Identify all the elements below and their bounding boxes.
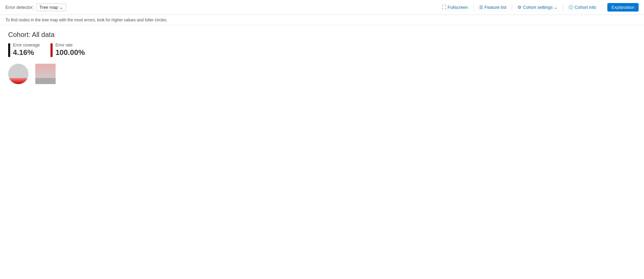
list-icon: ☰	[479, 5, 483, 10]
error-detector-label: Error detector:	[5, 5, 34, 10]
divider	[563, 4, 563, 11]
header-right: ⛶ Fullscreen ☰ Feature list ⚙ Cohort set…	[442, 3, 639, 12]
gear-icon: ⚙	[518, 5, 522, 10]
error-rate-info: Error rate 100.00%	[55, 43, 85, 57]
divider	[602, 4, 602, 11]
tree-container: 3846 / 16281 570 / 8995 3276 / 7286 366 …	[0, 73, 644, 89]
cohort-title: Cohort: All data	[8, 31, 636, 39]
fullscreen-button[interactable]: ⛶ Fullscreen	[442, 5, 468, 10]
divider	[512, 4, 512, 11]
tree-map-select[interactable]: Tree map ⌄	[36, 3, 66, 11]
error-coverage-value: 4.16%	[13, 48, 40, 57]
chevron-down-icon: ⌄	[59, 5, 63, 10]
error-rate-metric: Error rate 100.00%	[51, 43, 85, 57]
feature-list-button[interactable]: ☰ Feature list	[479, 5, 506, 10]
header-left: Error detector: Tree map ⌄	[5, 3, 66, 11]
explanation-button[interactable]: Explanation	[607, 3, 639, 12]
error-coverage-info: Error coverage 4.16%	[13, 43, 40, 57]
main-content: Cohort: All data Error coverage 4.16% Er…	[0, 25, 644, 89]
error-rate-value: 100.00%	[55, 48, 85, 57]
hint-bar: To find nodes in the tree map with the m…	[0, 15, 644, 25]
tree-svg: 3846 / 16281 570 / 8995 3276 / 7286 366 …	[0, 73, 644, 89]
error-rate-bar	[51, 43, 53, 57]
fullscreen-icon: ⛶	[442, 5, 446, 10]
error-rate-label: Error rate	[55, 43, 85, 47]
error-coverage-metric: Error coverage 4.16%	[8, 43, 40, 57]
divider	[473, 4, 474, 11]
tree-map-label: Tree map	[39, 5, 58, 10]
cohort-info-button[interactable]: ⓘ Cohort info	[569, 4, 596, 11]
cohort-settings-button[interactable]: ⚙ Cohort settings ⌄	[518, 5, 558, 10]
header: Error detector: Tree map ⌄ ⛶ Fullscreen …	[0, 0, 644, 15]
metrics-section: Error coverage 4.16% Error rate 100.00%	[8, 43, 636, 57]
info-icon: ⓘ	[569, 4, 573, 11]
hint-text: To find nodes in the tree map with the m…	[5, 18, 168, 22]
error-coverage-label: Error coverage	[13, 43, 40, 47]
chevron-down-icon: ⌄	[554, 5, 558, 10]
error-coverage-bar	[8, 43, 10, 57]
